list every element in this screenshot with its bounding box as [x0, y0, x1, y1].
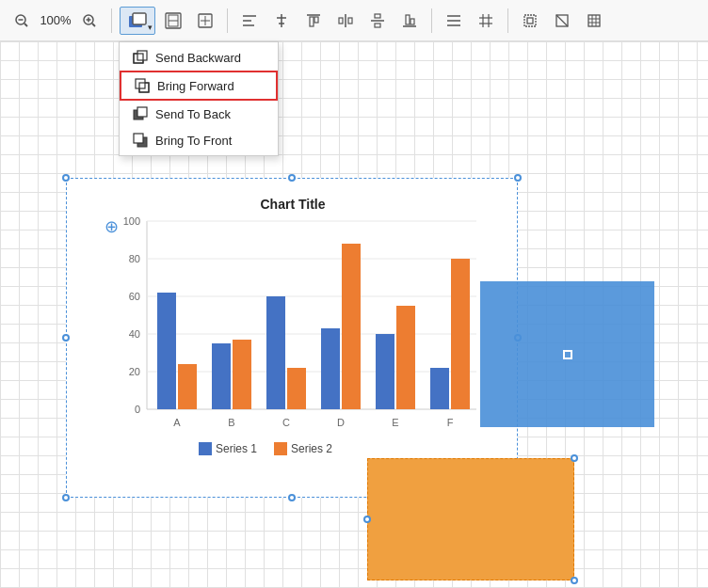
- insert-image-icon: [165, 12, 182, 29]
- svg-rect-80: [287, 368, 306, 409]
- svg-rect-76: [212, 343, 231, 409]
- svg-line-2: [24, 24, 27, 26]
- chart-svg-container: Chart Title 100 80 60: [76, 188, 509, 480]
- handle-middle-left[interactable]: [62, 334, 70, 342]
- list-button[interactable]: [440, 7, 468, 35]
- align-left-button[interactable]: [235, 7, 264, 35]
- grid-icon: [477, 12, 494, 29]
- distribute-vertical-button[interactable]: [363, 7, 392, 35]
- handle-top-middle[interactable]: [288, 174, 296, 182]
- svg-rect-41: [524, 15, 536, 26]
- list-icon: [445, 12, 462, 29]
- separator-3: [431, 8, 432, 33]
- bring-to-front-label: Bring To Front: [155, 134, 232, 148]
- svg-rect-54: [136, 79, 145, 88]
- svg-rect-83: [342, 244, 361, 409]
- svg-rect-89: [451, 259, 470, 409]
- svg-text:F: F: [447, 417, 454, 428]
- handle-top-left[interactable]: [62, 174, 70, 182]
- chart-container[interactable]: ⊕ Chart Title 100 80: [66, 178, 518, 498]
- orange-handle-middle-left[interactable]: [363, 516, 371, 523]
- orange-rectangle[interactable]: [367, 458, 574, 580]
- crop-button[interactable]: [548, 7, 576, 35]
- crop-icon: [554, 12, 571, 29]
- svg-rect-93: [274, 442, 287, 455]
- send-to-back-menu-item[interactable]: Send To Back: [120, 101, 278, 127]
- transform-icon: [586, 12, 603, 29]
- insert-image-button[interactable]: [159, 7, 187, 35]
- align-bottom-button[interactable]: [395, 7, 424, 35]
- align-center-button[interactable]: [267, 7, 296, 35]
- svg-rect-77: [233, 340, 251, 409]
- layer-order-dropdown: Send Backward Bring Forward Send To Back: [119, 41, 279, 156]
- bring-to-front-menu-item[interactable]: Bring To Front: [120, 127, 278, 153]
- send-to-back-icon: [133, 106, 148, 121]
- svg-rect-74: [178, 364, 197, 409]
- svg-text:0: 0: [135, 404, 140, 415]
- svg-rect-33: [410, 19, 414, 24]
- distribute-horizontal-button[interactable]: [331, 7, 360, 35]
- fit-icon: [522, 12, 539, 29]
- zoom-in-button[interactable]: [75, 7, 104, 35]
- svg-rect-29: [375, 14, 380, 18]
- svg-rect-23: [310, 17, 314, 26]
- send-backward-label: Send Backward: [155, 51, 241, 65]
- blue-rectangle[interactable]: [480, 281, 654, 427]
- bring-forward-icon: [135, 78, 150, 93]
- svg-text:60: 60: [129, 291, 140, 302]
- svg-rect-26: [339, 18, 343, 24]
- handle-top-right[interactable]: [514, 174, 522, 182]
- send-to-back-label: Send To Back: [155, 107, 231, 121]
- separator-1: [111, 8, 112, 33]
- svg-text:D: D: [337, 417, 345, 428]
- svg-text:Series 2: Series 2: [291, 442, 332, 455]
- svg-text:Series 1: Series 1: [216, 442, 257, 455]
- zoom-level-display: 100%: [38, 7, 73, 35]
- svg-rect-45: [588, 15, 600, 26]
- handle-bottom-middle[interactable]: [288, 494, 296, 501]
- send-backward-menu-item[interactable]: Send Backward: [120, 44, 278, 71]
- separator-2: [227, 8, 228, 33]
- svg-rect-86: [396, 306, 415, 409]
- bring-to-front-icon: [133, 133, 148, 148]
- zoom-out-button[interactable]: [8, 7, 36, 35]
- svg-rect-91: [199, 442, 212, 455]
- align-center-icon: [273, 12, 290, 29]
- svg-line-44: [556, 15, 568, 26]
- orange-handle-top-right[interactable]: [571, 454, 578, 462]
- canvas-area: ⊕ Chart Title 100 80: [0, 41, 708, 588]
- svg-rect-27: [348, 18, 352, 24]
- svg-rect-59: [134, 134, 143, 143]
- svg-text:40: 40: [129, 328, 140, 340]
- align-top-button[interactable]: [299, 7, 328, 35]
- svg-line-6: [92, 24, 95, 26]
- handle-bottom-left[interactable]: [62, 494, 70, 501]
- grid-button[interactable]: [472, 7, 500, 35]
- svg-rect-57: [137, 107, 147, 117]
- layer-order-button[interactable]: ▾: [120, 7, 155, 35]
- zoom-in-icon: [83, 14, 96, 27]
- svg-rect-85: [376, 334, 394, 409]
- chart-title: Chart Title: [261, 197, 326, 212]
- insert-shape-button[interactable]: [191, 7, 219, 35]
- svg-rect-30: [375, 24, 380, 27]
- svg-rect-8: [133, 13, 146, 24]
- svg-text:E: E: [392, 417, 398, 428]
- svg-rect-51: [137, 51, 147, 60]
- svg-rect-24: [314, 17, 318, 23]
- svg-rect-42: [527, 18, 533, 24]
- align-left-icon: [241, 12, 258, 29]
- layer-order-icon: [127, 10, 148, 31]
- fit-button[interactable]: [516, 7, 544, 35]
- orange-handle-bottom-right[interactable]: [571, 577, 578, 584]
- transform-button[interactable]: [580, 7, 608, 35]
- svg-rect-88: [430, 368, 449, 409]
- bring-forward-menu-item[interactable]: Bring Forward: [120, 71, 278, 101]
- bring-forward-label: Bring Forward: [157, 79, 234, 93]
- separator-4: [507, 8, 508, 33]
- chart-svg: Chart Title 100 80 60: [76, 188, 509, 470]
- align-top-icon: [305, 12, 322, 29]
- svg-rect-82: [321, 328, 340, 409]
- svg-rect-32: [406, 15, 410, 24]
- svg-text:C: C: [282, 417, 290, 428]
